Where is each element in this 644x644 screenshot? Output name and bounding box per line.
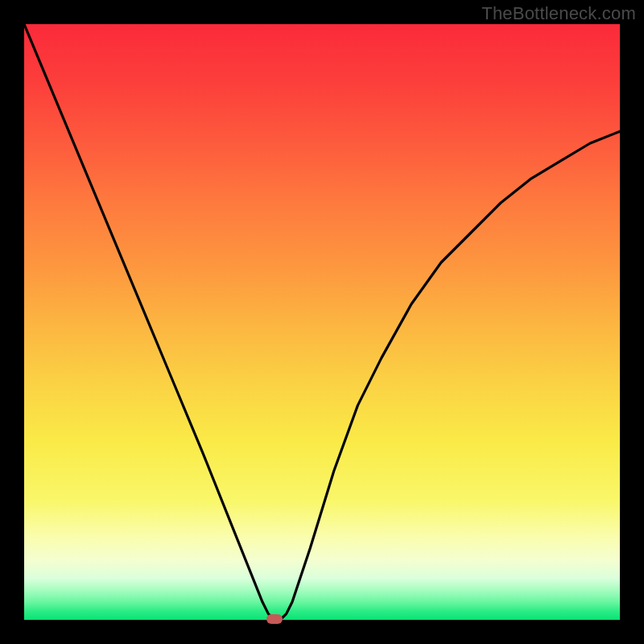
chart-frame: TheBottleneck.com bbox=[0, 0, 644, 644]
plot-area bbox=[24, 24, 620, 620]
watermark-text: TheBottleneck.com bbox=[481, 3, 636, 24]
optimum-marker bbox=[266, 614, 283, 624]
curve-svg bbox=[24, 24, 620, 620]
bottleneck-curve bbox=[24, 24, 620, 620]
